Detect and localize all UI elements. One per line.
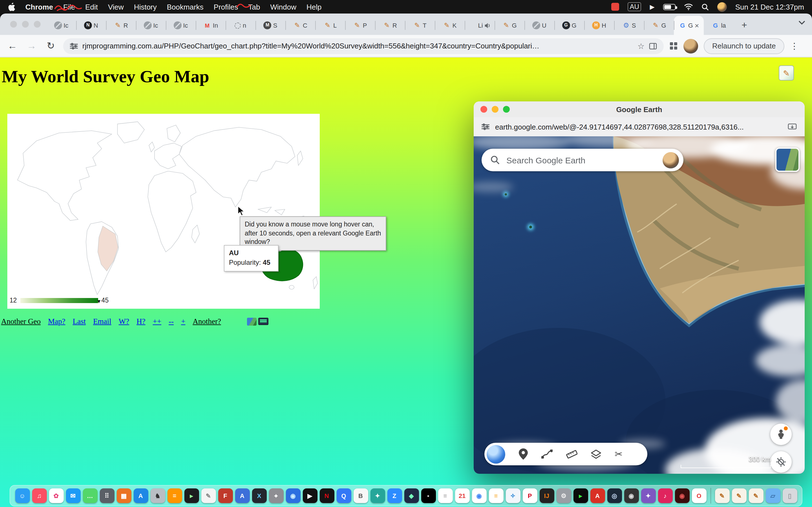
dock-item[interactable]: B bbox=[353, 489, 368, 503]
browser-tab[interactable]: la × bbox=[704, 16, 733, 35]
tab-close-icon[interactable]: × bbox=[695, 22, 699, 29]
dock-item[interactable]: = bbox=[167, 489, 182, 503]
dock-item[interactable]: Z bbox=[387, 489, 402, 503]
world-map[interactable] bbox=[7, 114, 320, 309]
media-play-icon[interactable]: ▶ bbox=[650, 3, 655, 10]
browser-tab[interactable]: K × bbox=[435, 16, 465, 35]
dock-item[interactable]: ⌖ bbox=[269, 489, 283, 503]
dock-item[interactable]: ◉ bbox=[286, 489, 300, 503]
earth-map-view[interactable]: Search Google Earth 3D bbox=[474, 136, 805, 474]
dock-item[interactable]: 21 bbox=[455, 489, 469, 503]
menu-item[interactable]: Edit bbox=[85, 3, 98, 11]
dock-item[interactable]: ✦ bbox=[370, 489, 385, 503]
page-link[interactable]: ++ bbox=[153, 317, 161, 326]
pegman-streetview-button[interactable] bbox=[770, 424, 792, 445]
dock-item[interactable]: … bbox=[83, 489, 97, 503]
tab-search-chevron-icon[interactable] bbox=[799, 20, 805, 25]
page-link[interactable]: Map? bbox=[48, 317, 65, 326]
dock-item[interactable]: ≡ bbox=[489, 489, 503, 503]
page-corner-icon[interactable]: ✎ bbox=[779, 65, 794, 80]
browser-tab[interactable]: R × bbox=[106, 16, 136, 35]
layers-icon[interactable] bbox=[591, 449, 601, 459]
dock-item[interactable]: N bbox=[319, 489, 334, 503]
dock-item[interactable]: ♪ bbox=[658, 489, 672, 503]
minimize-window-button[interactable] bbox=[492, 106, 499, 113]
menu-item[interactable]: Help bbox=[306, 3, 322, 11]
dock-item[interactable]: ✎ bbox=[732, 489, 746, 503]
user-avatar[interactable] bbox=[717, 2, 727, 11]
dock-item[interactable] bbox=[710, 488, 711, 504]
dock-item[interactable]: ◆ bbox=[404, 489, 419, 503]
dock-item[interactable]: P bbox=[522, 489, 537, 503]
dock-item[interactable]: ✎ bbox=[749, 489, 763, 503]
earth-url-bar[interactable]: earth.google.com/web/@-24.91714697,44.02… bbox=[474, 117, 805, 136]
browser-menu-kebab-icon[interactable]: ⋮ bbox=[790, 41, 799, 51]
browser-tab[interactable]: Li × bbox=[465, 16, 495, 35]
install-app-icon[interactable] bbox=[788, 123, 797, 130]
reload-button[interactable]: ↻ bbox=[44, 40, 57, 52]
dock-item[interactable]: ◉ bbox=[624, 489, 639, 503]
close-window-button[interactable] bbox=[480, 106, 487, 113]
dock-item[interactable]: ✧ bbox=[506, 489, 520, 503]
extensions-icon[interactable] bbox=[669, 42, 678, 50]
dock-item[interactable]: ☺ bbox=[15, 489, 30, 503]
browser-tab[interactable]: G × bbox=[674, 16, 704, 35]
menu-item[interactable]: View bbox=[108, 3, 124, 11]
spotlight-search-icon[interactable] bbox=[702, 3, 709, 10]
dock-item[interactable]: ≡ bbox=[438, 489, 453, 503]
dock-item[interactable]: IJ bbox=[539, 489, 554, 503]
dock-item[interactable]: A bbox=[590, 489, 605, 503]
page-link[interactable]: + bbox=[181, 317, 185, 326]
tab-audio-icon[interactable] bbox=[485, 22, 491, 29]
dock-item[interactable]: ✿ bbox=[49, 489, 63, 503]
browser-tab[interactable]: L × bbox=[315, 16, 345, 35]
browser-tab[interactable]: S × bbox=[614, 16, 644, 35]
page-link[interactable]: Another? bbox=[193, 317, 221, 326]
profile-avatar[interactable] bbox=[683, 39, 698, 53]
close-window-button[interactable] bbox=[10, 21, 17, 27]
menu-item[interactable]: Bookmarks bbox=[167, 3, 204, 11]
tools-scissors-icon[interactable]: ✂ bbox=[615, 448, 623, 460]
dock-item[interactable]: Q bbox=[336, 489, 351, 503]
path-route-icon[interactable] bbox=[541, 450, 553, 459]
browser-tab[interactable]: n × bbox=[225, 16, 255, 35]
dock-item[interactable]: ◉ bbox=[675, 489, 689, 503]
dock-item[interactable]: ▦ bbox=[116, 489, 131, 503]
omnibox[interactable]: rjmprogramming.com.au/PHP/GeoChart/geo_c… bbox=[63, 38, 664, 54]
page-link[interactable]: Email bbox=[93, 317, 111, 326]
dock-item[interactable]: ▸ bbox=[184, 489, 199, 503]
measure-ruler-icon[interactable] bbox=[566, 450, 577, 459]
google-earth-window[interactable]: Google Earth earth.google.com/web/@-24.9… bbox=[474, 101, 805, 474]
map-emoji-icon[interactable] bbox=[247, 318, 257, 326]
earth-search-bar[interactable]: Search Google Earth bbox=[481, 149, 683, 171]
wifi-icon[interactable] bbox=[684, 3, 693, 10]
menu-item[interactable]: Tab bbox=[248, 3, 260, 11]
page-link[interactable]: Another Geo bbox=[1, 317, 41, 326]
back-button[interactable]: ← bbox=[6, 40, 19, 52]
browser-tab[interactable]: Ic × bbox=[46, 16, 76, 35]
relaunch-to-update-button[interactable]: Relaunch to update bbox=[704, 38, 784, 54]
computer-emoji-icon[interactable] bbox=[258, 318, 268, 325]
dock-item[interactable]: ▱ bbox=[765, 489, 780, 503]
dock-item[interactable]: ✉ bbox=[66, 489, 80, 503]
menu-item[interactable]: Profiles bbox=[214, 3, 238, 11]
placemark-pin-icon[interactable] bbox=[519, 448, 528, 460]
browser-tab[interactable]: T × bbox=[405, 16, 435, 35]
page-link[interactable]: Last bbox=[73, 317, 86, 326]
site-settings-icon[interactable] bbox=[70, 43, 78, 49]
dock-item[interactable]: F bbox=[218, 489, 233, 503]
menu-item[interactable]: History bbox=[134, 3, 157, 11]
site-settings-icon[interactable] bbox=[481, 123, 490, 130]
browser-tab[interactable]: R × bbox=[375, 16, 405, 35]
dock-item[interactable]: ⚙ bbox=[556, 489, 571, 503]
browser-tab[interactable]: M S × bbox=[255, 16, 285, 35]
page-link[interactable]: W? bbox=[119, 317, 129, 326]
browser-tab[interactable]: N N × bbox=[76, 16, 106, 35]
dock-item[interactable]: ▸ bbox=[573, 489, 588, 503]
earth-profile-avatar[interactable] bbox=[663, 152, 679, 168]
dock-item[interactable]: ♞ bbox=[150, 489, 165, 503]
dock-item[interactable]: ◉ bbox=[472, 489, 486, 503]
browser-tab[interactable]: U × bbox=[524, 16, 554, 35]
menu-item[interactable]: Window bbox=[270, 3, 297, 11]
zoom-window-button[interactable] bbox=[503, 106, 510, 113]
